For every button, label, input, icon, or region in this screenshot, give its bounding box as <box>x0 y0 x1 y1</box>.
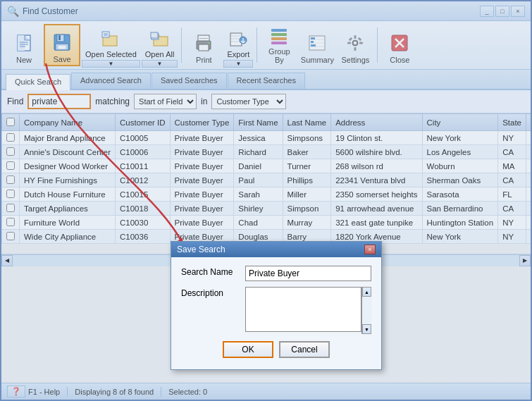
modal-buttons: OK Cancel <box>181 341 371 361</box>
modal-title: Save Search <box>177 245 225 254</box>
modal-close-button[interactable]: × <box>364 245 376 254</box>
ta-scroll-down[interactable]: ▼ <box>362 324 371 334</box>
main-window: 🔍 Find Customer _ □ × New <box>0 0 532 401</box>
modal-body: Search Name Description ▲ ▼ O <box>171 257 381 369</box>
ta-scroll-track <box>362 297 371 324</box>
search-name-field: Search Name <box>181 266 371 281</box>
description-field: Description ▲ ▼ <box>181 287 371 334</box>
description-label: Description <box>181 287 241 298</box>
ok-button[interactable]: OK <box>223 341 273 358</box>
cancel-button[interactable]: Cancel <box>279 341 330 358</box>
description-scrollbar[interactable]: ▲ ▼ <box>361 287 371 334</box>
search-name-label: Search Name <box>181 266 241 277</box>
ta-scroll-up[interactable]: ▲ <box>362 287 371 297</box>
description-wrapper: ▲ ▼ <box>245 287 371 334</box>
save-search-dialog: Save Search × Search Name Description ▲ <box>171 241 382 370</box>
modal-title-bar: Save Search × <box>171 242 381 257</box>
modal-backdrop: Save Search × Search Name Description ▲ <box>1 1 531 400</box>
description-textarea[interactable] <box>245 287 361 332</box>
search-name-input[interactable] <box>245 266 371 281</box>
